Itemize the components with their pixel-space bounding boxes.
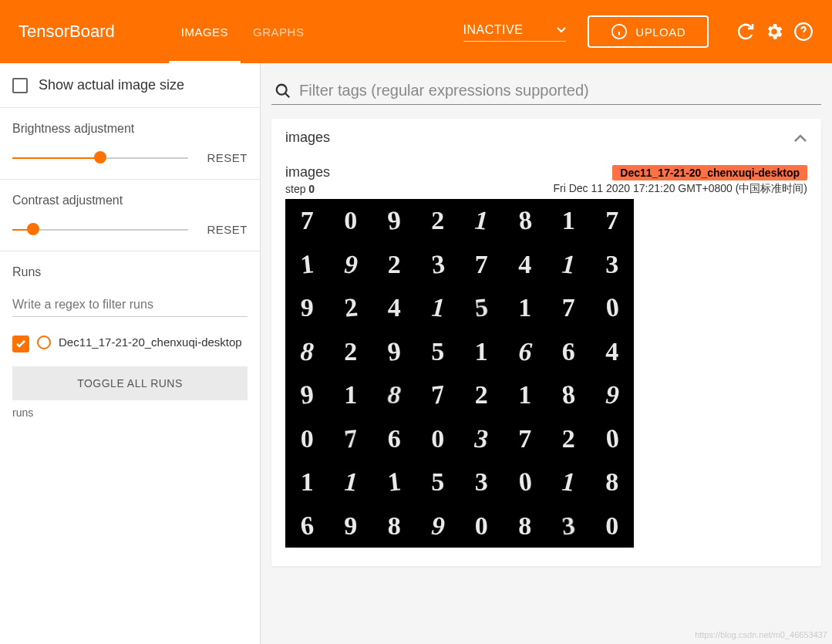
contrast-label: Contrast adjustment [12,194,248,207]
brightness-reset-button[interactable]: RESET [207,151,248,164]
image-title: images [285,164,330,180]
digit-cell: 0 [285,417,329,461]
digit-cell: 4 [591,330,635,374]
inactive-label: INACTIVE [463,23,524,37]
digit-cell: 1 [458,197,504,244]
brightness-label: Brightness adjustment [12,122,248,136]
digit-cell: 2 [416,199,460,243]
card-header[interactable]: images [271,119,821,157]
show-actual-checkbox[interactable] [12,78,28,93]
step-value: 0 [308,183,315,195]
digit-cell: 1 [504,286,547,330]
digit-cell: 1 [415,285,461,331]
runs-footer: runs [12,406,248,419]
digit-cell: 0 [329,199,373,243]
digit-cell: 5 [457,284,505,332]
digit-cell: 9 [370,197,418,244]
digit-cell: 8 [372,504,416,548]
tab-graphs[interactable]: GRAPHS [241,0,316,63]
toggle-all-runs-button[interactable]: TOGGLE ALL RUNS [12,366,248,400]
digit-cell: 4 [372,286,416,330]
digit-cell: 9 [329,504,373,548]
digit-cell: 8 [591,460,635,504]
digit-cell: 8 [501,197,549,244]
runs-filter-input[interactable] [12,293,248,317]
digit-cell: 1 [283,241,331,288]
run-label: Dec11_17-21-20_chenxuqi-desktop [59,335,242,349]
digit-cell: 8 [284,329,330,375]
digit-cell: 3 [458,416,504,462]
digit-cell: 4 [504,243,547,287]
contrast-slider[interactable] [12,221,188,237]
digit-cell: 9 [283,371,331,419]
card-title: images [285,130,330,146]
step-label: step [285,183,305,195]
digit-cell: 7 [327,415,375,463]
contrast-reset-button[interactable]: RESET [207,223,248,236]
digit-cell: 0 [416,417,460,461]
refresh-icon[interactable] [736,22,755,41]
svg-line-6 [285,93,290,97]
digit-cell: 1 [545,459,591,505]
gear-icon[interactable] [764,22,784,42]
digit-cell: 2 [329,330,373,374]
app-logo: TensorBoard [19,22,115,42]
run-checkbox[interactable] [12,335,29,352]
digit-cell: 6 [502,329,548,375]
digit-cell: 1 [504,373,547,417]
upload-button[interactable]: UPLOAD [588,15,709,48]
watermark: https://blog.csdn.net/m0_46653437 [695,630,827,639]
image-preview[interactable]: 7092181719237413924151708295166491872189… [285,199,634,548]
run-item[interactable]: Dec11_17-21-20_chenxuqi-desktop [12,331,248,357]
digit-cell: 7 [504,417,547,461]
show-actual-label: Show actual image size [39,77,184,93]
digit-cell: 1 [285,460,329,504]
chevron-up-icon [793,133,807,143]
digit-cell: 0 [460,504,504,548]
digit-cell: 7 [460,243,504,287]
run-tag: Dec11_17-21-20_chenxuqi-desktop [612,165,807,180]
digit-cell: 9 [285,286,329,330]
digit-cell: 0 [591,504,635,548]
brightness-slider[interactable] [12,150,188,165]
inactive-dropdown[interactable]: INACTIVE [463,23,567,40]
dropdown-icon [557,27,566,33]
digit-cell: 0 [588,415,636,463]
timestamp: Fri Dec 11 2020 17:21:20 GMT+0800 (中国标准时… [553,182,807,196]
digit-cell: 2 [372,243,416,287]
runs-label: Runs [12,265,248,279]
digit-cell: 2 [547,417,591,461]
digit-cell: 2 [460,373,504,417]
digit-cell: 3 [544,502,592,550]
digit-cell: 1 [370,458,418,506]
digit-cell: 1 [329,373,373,417]
upload-label: UPLOAD [635,25,685,39]
digit-cell: 6 [372,417,416,461]
digit-cell: 3 [414,241,462,288]
digit-cell: 2 [327,284,375,332]
digit-cell: 5 [416,460,460,504]
digit-cell: 7 [547,286,591,330]
search-icon [275,83,291,99]
digit-cell: 1 [460,330,504,374]
digit-cell: 9 [415,503,461,549]
digit-cell: 1 [545,241,591,288]
tag-filter-input[interactable]: Filter tags (regular expressions support… [271,77,821,105]
run-color-swatch [37,335,51,349]
help-icon[interactable] [793,22,813,42]
digit-cell: 8 [504,504,547,548]
digit-cell: 6 [547,330,591,374]
digit-cell: 7 [285,199,329,243]
digit-cell: 1 [547,199,591,243]
check-icon [15,338,27,350]
digit-cell: 0 [501,458,549,506]
digit-cell: 0 [588,284,636,332]
tag-filter-placeholder: Filter tags (regular expressions support… [299,82,589,99]
digit-cell: 3 [591,243,635,287]
info-icon [611,23,628,40]
digit-cell: 6 [283,502,331,550]
digit-cell: 9 [370,328,418,376]
tab-images[interactable]: IMAGES [169,0,241,63]
digit-cell: 1 [328,459,374,505]
digit-cell: 3 [460,460,504,504]
